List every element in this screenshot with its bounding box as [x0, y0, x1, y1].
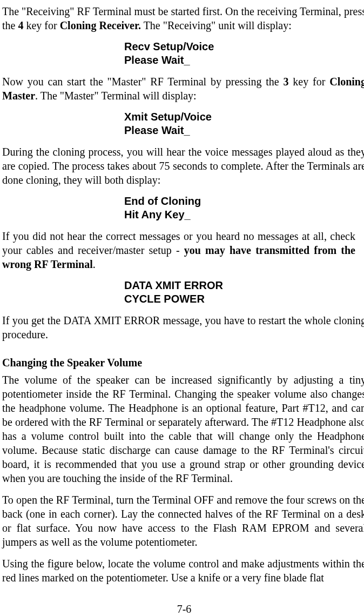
page-number: 7-6 — [2, 602, 364, 616]
display-xmit-setup: Xmit Setup/Voice Please Wait_ — [124, 110, 364, 137]
paragraph-open-terminal: To open the RF Terminal, turn the Termin… — [2, 493, 364, 549]
key-4: 4 — [18, 19, 23, 31]
display-data-xmit-error: DATA XMIT ERROR CYCLE POWER — [124, 279, 364, 306]
text: key for — [289, 76, 330, 88]
display-line: Recv Setup/Voice — [124, 40, 364, 53]
display-line: Xmit Setup/Voice — [124, 110, 364, 124]
display-line: End of Cloning — [124, 195, 364, 208]
paragraph-cloning-process: During the cloning process, you will hea… — [2, 145, 364, 187]
paragraph-restart-procedure: If you get the DATA XMIT ERROR message, … — [2, 313, 364, 342]
cloning-receiver-label: Cloning Receiver. — [60, 19, 141, 31]
display-line: DATA XMIT ERROR — [124, 279, 364, 292]
display-end-cloning: End of Cloning Hit Any Key_ — [124, 195, 364, 222]
text: Now you can start the "Master" RF Termin… — [2, 76, 284, 88]
display-line: CYCLE POWER — [124, 292, 364, 306]
display-line: Please Wait_ — [124, 53, 364, 67]
text: The "Receiving" unit will display: — [141, 19, 292, 31]
key-3: 3 — [284, 76, 289, 88]
paragraph-volume-intro: The volume of the speaker can be increas… — [2, 373, 364, 485]
text: . — [93, 258, 96, 270]
heading-speaker-volume: Changing the Speaker Volume — [2, 356, 364, 370]
display-line: Hit Any Key_ — [124, 208, 364, 222]
display-recv-setup: Recv Setup/Voice Please Wait_ — [124, 40, 364, 67]
paragraph-adjust-volume: Using the figure below, locate the volum… — [2, 557, 364, 585]
paragraph-troubleshoot: If you did not hear the correct messages… — [2, 229, 364, 271]
display-line: Please Wait_ — [124, 124, 364, 137]
text: . The "Master" Terminal will display: — [35, 90, 197, 102]
paragraph-master-start: Now you can start the "Master" RF Termin… — [2, 75, 364, 103]
text: key for — [23, 19, 59, 31]
paragraph-receiving-start: The "Receiving" RF Terminal must be star… — [2, 4, 364, 32]
